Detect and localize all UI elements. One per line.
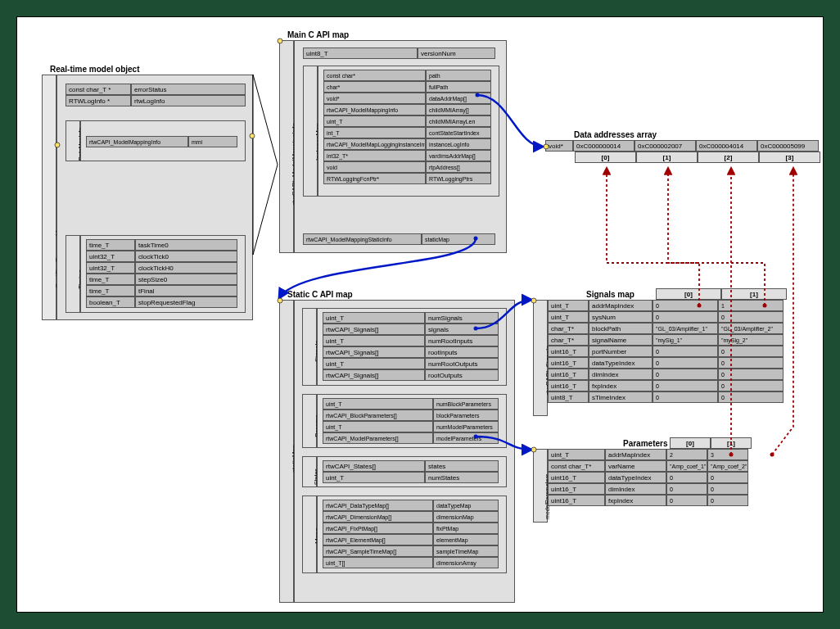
name-cell: dimensionMap — [433, 511, 499, 523]
name-cell: fullPath — [426, 81, 491, 93]
type-cell: uint32_T — [86, 262, 135, 274]
value-cell: 0 — [653, 380, 718, 391]
type-cell: uint16_T — [548, 483, 605, 495]
name-cell: sTimeIndex — [589, 391, 653, 403]
value-cell: "Amp_coef_2" — [707, 460, 748, 472]
type-cell: uint16_T — [548, 495, 605, 506]
col-header: [1] — [711, 437, 752, 449]
value-cell: 0 — [653, 391, 718, 403]
name-cell: fxpIndex — [605, 495, 666, 506]
static-sig-box: uint_TnumSignalsrtwCAPI_Signals[]signals… — [317, 308, 507, 386]
value-cell: 0 — [653, 311, 718, 323]
value-cell: 0 — [653, 357, 718, 369]
diagram-stage: Real-time model object CapiSigsParams_M … — [16, 16, 824, 613]
name-cell: numModelParameters — [433, 421, 499, 432]
rtm-dmi-row: rtwCAPI_ModelMappingInfommi — [86, 136, 242, 147]
type-cell: uint_T — [323, 398, 433, 410]
static-mp-rows: rtwCAPI_DataTypeMap[]dataTypeMaprtwCAPI_… — [323, 500, 503, 568]
value-cell: 0 — [718, 311, 784, 323]
type-cell: time_T — [86, 274, 135, 285]
name-cell: rtpAddress[] — [426, 161, 491, 173]
type-cell: rtwCAPI_ElementMap[] — [323, 534, 433, 545]
type-cell: rtwCAPI_SampleTimeMap[] — [323, 545, 433, 557]
rtm-timing-strip: Timing — [65, 235, 80, 313]
name-cell: rootInputs — [425, 346, 499, 358]
static-st-strip: States — [302, 456, 317, 487]
type-cell: RTWLoggingFcnPtr* — [323, 173, 426, 184]
static-par-strip: Params — [302, 394, 317, 448]
name-cell: instanceLogInfo — [426, 138, 491, 150]
name-cell: sampleTimeMap — [433, 545, 499, 557]
name-cell: dataTypeMap — [433, 500, 499, 511]
triangle-connector — [253, 75, 278, 255]
name-cell: numRootOutputs — [425, 358, 499, 369]
value-cell: "Amp_coef_1" — [666, 460, 707, 472]
name-cell: blockParameters — [433, 410, 499, 421]
static-sig-rows: uint_TnumSignalsrtwCAPI_Signals[]signals… — [323, 312, 503, 381]
main-inst-strip: InstanceMap — [303, 66, 318, 197]
arrow-sig1 — [668, 168, 765, 305]
main-inst-box: const char*pathchar*fullPathvoid*dataAdd… — [318, 66, 499, 197]
type-cell: char_T* — [548, 323, 589, 334]
type-cell: uint_T — [323, 472, 425, 483]
rtm-dmi-box: rtwCAPI_ModelMappingInfommi — [80, 120, 246, 161]
name-cell: taskTime0 — [135, 239, 237, 251]
name-cell: vardimsAddrMap[] — [426, 150, 491, 161]
title-addr: Data addresses array — [574, 130, 657, 139]
name-cell: varName — [605, 460, 666, 472]
type-cell: uint16_T — [548, 472, 605, 483]
addr-value: 0xC000005099 — [757, 140, 819, 152]
name-cell: dataTypeIndex — [589, 357, 653, 369]
name-cell: numBlockParameters — [433, 398, 499, 410]
type-cell: uint_T — [548, 311, 589, 323]
name-cell: staticMap — [422, 233, 495, 245]
type-cell: rtwCAPI_ModelParameters[] — [323, 432, 433, 444]
addr-value: 0xC000004014 — [696, 140, 757, 152]
value-cell: 0 — [718, 369, 784, 380]
value-cell: 0 — [666, 472, 707, 483]
name-cell: dimensionArray — [433, 557, 499, 568]
type-cell: rtwCAPI_States[] — [323, 460, 425, 472]
addr-index: [1] — [636, 152, 698, 163]
value-cell: 0 — [718, 380, 784, 391]
type-cell: boolean_T — [86, 296, 135, 308]
value-cell: 1 — [718, 300, 784, 311]
name-cell: dimIndex — [589, 369, 653, 380]
type-cell: rtwCAPI_Signals[] — [323, 324, 425, 335]
type-cell: rtwCAPI_ModelMappingInfo — [323, 104, 426, 115]
type-cell: rtwCAPI_Signals[] — [323, 346, 425, 358]
col-header: [0] — [656, 288, 721, 300]
name-cell: signalName — [589, 334, 653, 346]
type-cell: rtwCAPI_DimensionMap[] — [323, 511, 433, 523]
type-cell: rtwCAPI_DataTypeMap[] — [323, 500, 433, 511]
name-cell: addrMapIndex — [589, 300, 653, 311]
col-header: [1] — [721, 288, 787, 300]
name-cell: versionNum — [418, 48, 495, 59]
type-cell: rtwCAPI_ModelMappingInfo — [86, 136, 188, 147]
type-cell: uint8_T — [548, 391, 589, 403]
value-cell: 0 — [653, 369, 718, 380]
addr-index: [0] — [575, 152, 636, 163]
type-cell: RTWLogInfo * — [65, 95, 131, 106]
static-outer-strip: staticMap — [279, 300, 294, 603]
type-cell: int_T — [323, 127, 426, 138]
type-cell: uint8_T — [303, 48, 418, 59]
type-cell: uint_T — [323, 358, 425, 369]
static-par-rows: uint_TnumBlockParametersrtwCAPI_BlockPar… — [323, 398, 503, 444]
type-cell: const char* — [323, 70, 426, 81]
name-cell: numStates — [425, 472, 499, 483]
type-cell: time_T — [86, 239, 135, 251]
value-cell: 0 — [718, 391, 784, 403]
static-st-rows: rtwCAPI_States[]statesuint_TnumStates — [323, 460, 503, 483]
type-cell: const char_T* — [548, 460, 605, 472]
type-cell: uint_T — [323, 312, 425, 324]
value-cell: 3 — [707, 449, 748, 460]
value-cell: 0 — [653, 346, 718, 357]
name-cell: stopRequestedFlag — [135, 296, 237, 308]
type-cell: int32_T* — [323, 150, 426, 161]
main-box: uint8_TversionNum InstanceMap const char… — [294, 40, 507, 253]
static-mp-box: rtwCAPI_DataTypeMap[]dataTypeMaprtwCAPI_… — [317, 496, 507, 573]
addr-value: 0xC000000014 — [573, 140, 635, 152]
name-cell: states — [425, 460, 499, 472]
type-cell: uint_T[] — [323, 557, 433, 568]
